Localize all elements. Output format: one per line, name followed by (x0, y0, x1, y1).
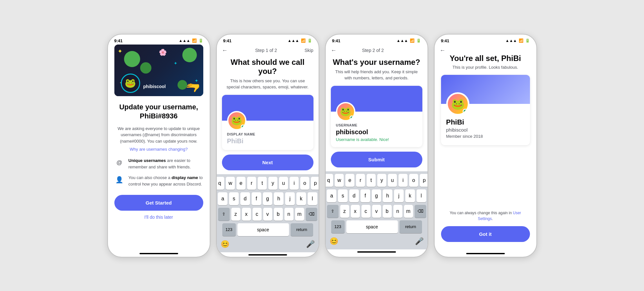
wifi-icon-4: 📶 (519, 38, 524, 43)
key-l-3[interactable]: l (417, 189, 426, 202)
battery-icon-2: 🔋 (307, 38, 312, 43)
key-i[interactable]: i (290, 177, 299, 190)
key-p[interactable]: p (311, 177, 319, 190)
key-h-3[interactable]: h (383, 189, 392, 202)
status-icons-3: ▲▲▲ 📶 🔋 (397, 38, 421, 43)
back-arrow-3[interactable]: ← (331, 47, 337, 54)
key-d[interactable]: d (240, 192, 250, 205)
available-text-3: Username is available. Nice! (336, 137, 417, 142)
key-e[interactable]: e (236, 177, 245, 190)
keyboard-row2-3: a s d f g h j k l (327, 189, 426, 202)
step-label-3: Step 2 of 2 (362, 48, 384, 53)
key-space-2[interactable]: space (237, 223, 289, 236)
key-o-3[interactable]: o (409, 174, 418, 187)
key-l[interactable]: l (308, 192, 317, 205)
key-q[interactable]: q (216, 177, 225, 190)
key-y-3[interactable]: y (377, 174, 386, 187)
key-c-3[interactable]: c (361, 205, 370, 218)
submit-button[interactable]: Submit (331, 152, 422, 167)
key-p-3[interactable]: p (420, 174, 428, 187)
skip-button[interactable]: I'll do this later (144, 215, 173, 220)
key-123-3[interactable]: 123 (331, 220, 345, 233)
field-value-2[interactable]: PhiBi (227, 137, 308, 145)
signal-icon-4: ▲▲▲ (505, 38, 517, 43)
got-it-button[interactable]: Got it (441, 226, 530, 242)
banner-bg: ✦ ✦ ✦ ✦ 🌸 🐸 phibiscool 🫳 (114, 45, 203, 96)
key-u[interactable]: u (279, 177, 288, 190)
key-w-3[interactable]: w (335, 174, 344, 187)
key-z-3[interactable]: z (340, 205, 349, 218)
key-h[interactable]: h (274, 192, 284, 205)
key-d-3[interactable]: d (349, 189, 359, 202)
key-shift[interactable]: ⇧ (218, 208, 230, 221)
key-z[interactable]: z (231, 208, 240, 221)
key-shift-3[interactable]: ⇧ (327, 205, 339, 218)
key-e-3[interactable]: e (345, 174, 354, 187)
key-b-3[interactable]: b (383, 205, 392, 218)
wifi-icon-3: 📶 (410, 38, 415, 43)
key-k-3[interactable]: k (405, 189, 415, 202)
key-o[interactable]: o (300, 177, 309, 190)
key-x-3[interactable]: x (351, 205, 360, 218)
key-r-3[interactable]: r (356, 174, 365, 187)
skip-btn-2[interactable]: Skip (304, 48, 313, 53)
key-c[interactable]: c (253, 208, 262, 221)
key-m-3[interactable]: m (404, 205, 413, 218)
key-v-3[interactable]: v (372, 205, 381, 218)
next-button[interactable]: Next (222, 155, 313, 170)
key-k[interactable]: k (296, 192, 306, 205)
key-a-3[interactable]: a (327, 189, 336, 202)
time-3: 9:41 (332, 38, 341, 43)
key-delete-3[interactable]: ⌫ (415, 205, 426, 218)
key-f-3[interactable]: f (360, 189, 370, 202)
keyboard-row4-3: 123 space return (327, 220, 426, 233)
key-t-3[interactable]: t (367, 174, 376, 187)
key-u-3[interactable]: u (388, 174, 397, 187)
key-space-3[interactable]: space (346, 220, 398, 233)
keyboard-3[interactable]: q w e r t y u i o p a s d f g h j k l ⇧ … (326, 171, 428, 249)
key-t[interactable]: t (258, 177, 267, 190)
key-x[interactable]: x (242, 208, 251, 221)
key-delete[interactable]: ⌫ (306, 208, 317, 221)
keyboard-row3-3: ⇧ z x c v b n m ⌫ (327, 205, 426, 218)
key-g[interactable]: g (263, 192, 273, 205)
key-j-3[interactable]: j (394, 189, 404, 202)
back-arrow-4[interactable]: ← (440, 47, 446, 54)
keyboard-row2-2: a s d f g h j k l (218, 192, 317, 205)
mic-key-3[interactable]: 🎤 (415, 237, 424, 246)
btn-container-3: Submit (326, 152, 428, 171)
key-f[interactable]: f (252, 192, 261, 205)
why-link[interactable]: Why are usernames changing? (130, 147, 188, 152)
key-s-3[interactable]: s (338, 189, 348, 202)
keyboard-2[interactable]: q w e r t y u i o p a s d f g h j k l ⇧ … (217, 174, 319, 252)
key-return-3[interactable]: return (399, 220, 422, 233)
key-r[interactable]: r (247, 177, 256, 190)
key-y[interactable]: y (268, 177, 277, 190)
key-w[interactable]: w (226, 177, 235, 190)
mic-key-2[interactable]: 🎤 (306, 240, 315, 248)
frog-emoji-2: 🐸 (231, 115, 242, 126)
key-m[interactable]: m (295, 208, 304, 221)
key-123-2[interactable]: 123 (222, 223, 236, 236)
key-a[interactable]: a (218, 192, 227, 205)
bottom-note: You can always change this again in User… (441, 210, 530, 222)
allset-subtitle: This is your profile. Looks fabulous. (453, 65, 518, 70)
key-v[interactable]: v (263, 208, 272, 221)
key-return-2[interactable]: return (291, 223, 313, 236)
get-started-button[interactable]: Get Started (114, 195, 203, 211)
field-value-3[interactable]: phibiscool (336, 128, 417, 136)
emoji-key-3[interactable]: 😊 (330, 237, 338, 246)
key-n-3[interactable]: n (393, 205, 402, 218)
key-b[interactable]: b (274, 208, 283, 221)
profile-large-username: phibiscool (446, 127, 525, 133)
key-i-3[interactable]: i (399, 174, 408, 187)
key-g-3[interactable]: g (372, 189, 381, 202)
key-n[interactable]: n (284, 208, 293, 221)
profile-large-name: PhiBi (446, 118, 525, 126)
key-s[interactable]: s (229, 192, 239, 205)
emoji-key-2[interactable]: 😊 (221, 240, 229, 248)
key-j[interactable]: j (285, 192, 295, 205)
back-arrow-2[interactable]: ← (222, 47, 228, 54)
phone-2: 9:41 ▲▲▲ 📶 🔋 ← Step 1 of 2 Skip What sho… (216, 34, 319, 257)
key-q-3[interactable]: q (325, 174, 333, 187)
